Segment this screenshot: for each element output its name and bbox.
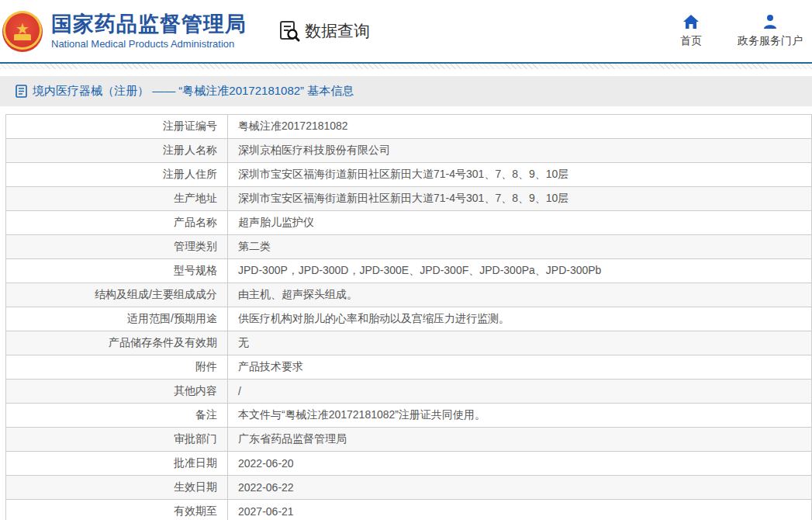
- table-row: 管理类别 第二类: [6, 235, 812, 259]
- table-row: 产品名称 超声胎儿监护仪: [6, 211, 812, 235]
- table-row: 其他内容 /: [6, 380, 812, 404]
- row-label: 产品储存条件及有效期: [6, 331, 228, 355]
- page-header: ★ 国家药品监督管理局 National Medical Products Ad…: [0, 0, 812, 62]
- table-row: 审批部门 广东省药品监督管理局: [6, 428, 812, 452]
- row-value: 深圳市宝安区福海街道新田社区新田大道71-4号301、7、8、9、10层: [228, 187, 812, 211]
- row-label: 附件: [6, 355, 228, 380]
- nav-portal-link[interactable]: 政务服务门户: [738, 14, 803, 48]
- breadcrumb-bar: 境内医疗器械（注册） —— “粤械注准20172181082” 基本信息: [0, 76, 812, 106]
- document-icon: [16, 85, 27, 98]
- table-row: 型号规格 JPD-300P，JPD-300D，JPD-300E、JPD-300F…: [6, 259, 812, 283]
- row-value: 无: [228, 331, 812, 355]
- row-label: 有效期至: [6, 500, 228, 520]
- row-value: 2022-06-22: [228, 476, 812, 500]
- row-value: 粤械注准20172181082: [228, 115, 812, 139]
- row-label: 生产地址: [6, 187, 228, 211]
- row-value: 由主机、超声探头组成。: [228, 283, 812, 307]
- row-label: 管理类别: [6, 235, 228, 259]
- table-row: 注册人住所 深圳市宝安区福海街道新田社区新田大道71-4号301、7、8、9、1…: [6, 163, 812, 187]
- row-value: 第二类: [228, 235, 812, 259]
- table-row: 产品储存条件及有效期 无: [6, 331, 812, 355]
- row-value: 2027-06-21: [228, 500, 812, 520]
- row-value: JPD-300P，JPD-300D，JPD-300E、JPD-300F、JPD-…: [228, 259, 812, 283]
- table-row: 生产地址 深圳市宝安区福海街道新田社区新田大道71-4号301、7、8、9、10…: [6, 187, 812, 211]
- site-subtitle: National Medical Products Administration: [51, 38, 247, 50]
- table-row: 注册人名称 深圳京柏医疗科技股份有限公司: [6, 139, 812, 163]
- row-label: 注册人名称: [6, 139, 228, 163]
- row-value: /: [228, 380, 812, 404]
- site-brand: 国家药品监督管理局 National Medical Products Admi…: [51, 12, 247, 50]
- home-icon: [682, 14, 700, 29]
- table-row: 适用范围/预期用途 供医疗机构对胎儿的心率和胎动以及宫缩压力进行监测。: [6, 307, 812, 331]
- row-label: 注册人住所: [6, 163, 228, 187]
- row-label: 生效日期: [6, 476, 228, 500]
- table-row: 附件 产品技术要求: [6, 355, 812, 380]
- row-label: 产品名称: [6, 211, 228, 235]
- row-value: 供医疗机构对胎儿的心率和胎动以及宫缩压力进行监测。: [228, 307, 812, 331]
- table-row: 批准日期 2022-06-20: [6, 452, 812, 476]
- row-value: 广东省药品监督管理局: [228, 428, 812, 452]
- table-row: 结构及组成/主要组成成分 由主机、超声探头组成。: [6, 283, 812, 307]
- emblem-star-icon: ★: [5, 13, 40, 47]
- emblem-gate-icon: [14, 34, 31, 40]
- spacer: [0, 69, 812, 76]
- table-row: 生效日期 2022-06-22: [6, 476, 812, 500]
- row-value: 2022-06-20: [228, 452, 812, 476]
- data-query-icon: [278, 19, 301, 43]
- row-label: 适用范围/预期用途: [6, 307, 228, 331]
- top-nav-links: 首页 政务服务门户: [680, 14, 803, 48]
- row-label: 批准日期: [6, 452, 228, 476]
- data-query-nav[interactable]: 数据查询: [278, 19, 370, 43]
- row-label: 注册证编号: [6, 115, 228, 139]
- table-row: 注册证编号 粤械注准20172181082: [6, 115, 812, 139]
- row-label: 结构及组成/主要组成成分: [6, 283, 228, 307]
- row-label: 型号规格: [6, 259, 228, 283]
- row-value: 超声胎儿监护仪: [228, 211, 812, 235]
- nav-home-label: 首页: [680, 34, 702, 48]
- hatch-stripe-band: [0, 64, 812, 69]
- row-label: 审批部门: [6, 428, 228, 452]
- row-value: 本文件与“粤械注准20172181082”注册证共同使用。: [228, 404, 812, 428]
- row-label: 备注: [6, 404, 228, 428]
- nav-portal-label: 政务服务门户: [738, 34, 803, 48]
- registration-info-table: 注册证编号 粤械注准20172181082 注册人名称 深圳京柏医疗科技股份有限…: [5, 114, 812, 520]
- site-title: 国家药品监督管理局: [51, 12, 247, 36]
- data-query-label: 数据查询: [305, 20, 370, 42]
- national-emblem-logo: ★: [3, 11, 42, 54]
- nav-home-link[interactable]: 首页: [680, 14, 702, 48]
- table-row: 备注 本文件与“粤械注准20172181082”注册证共同使用。: [6, 404, 812, 428]
- breadcrumb: 境内医疗器械（注册） —— “粤械注准20172181082” 基本信息: [33, 84, 354, 99]
- row-label: 其他内容: [6, 380, 228, 404]
- spacer: [0, 106, 812, 114]
- row-value: 深圳市宝安区福海街道新田社区新田大道71-4号301、7、8、9、10层: [228, 163, 812, 187]
- row-value: 深圳京柏医疗科技股份有限公司: [228, 139, 812, 163]
- row-value: 产品技术要求: [228, 355, 812, 380]
- user-icon: [762, 14, 779, 29]
- table-row: 有效期至 2027-06-21: [6, 500, 812, 520]
